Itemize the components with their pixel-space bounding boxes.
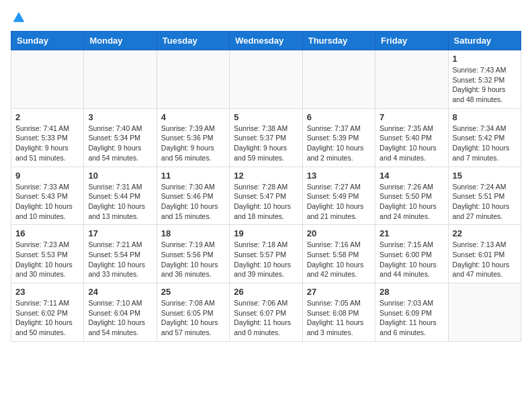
calendar-cell: 5Sunrise: 7:38 AM Sunset: 5:37 PM Daylig… [230, 108, 302, 167]
calendar-cell: 14Sunrise: 7:26 AM Sunset: 5:50 PM Dayli… [375, 167, 448, 225]
week-row-4: 16Sunrise: 7:23 AM Sunset: 5:53 PM Dayli… [11, 225, 521, 283]
day-number: 5 [234, 112, 298, 122]
logo [11, 11, 26, 24]
day-info: Sunrise: 7:19 AM Sunset: 5:56 PM Dayligh… [161, 240, 225, 279]
day-info: Sunrise: 7:41 AM Sunset: 5:33 PM Dayligh… [15, 124, 79, 163]
day-info: Sunrise: 7:37 AM Sunset: 5:39 PM Dayligh… [307, 124, 371, 163]
day-number: 11 [161, 171, 225, 181]
day-number: 2 [15, 112, 79, 122]
calendar-cell: 7Sunrise: 7:35 AM Sunset: 5:40 PM Daylig… [375, 108, 448, 167]
calendar-cell: 11Sunrise: 7:30 AM Sunset: 5:46 PM Dayli… [157, 167, 229, 225]
calendar-cell: 27Sunrise: 7:05 AM Sunset: 6:08 PM Dayli… [302, 283, 375, 342]
day-number: 23 [15, 287, 79, 297]
calendar-cell: 24Sunrise: 7:10 AM Sunset: 6:04 PM Dayli… [84, 283, 157, 342]
calendar-table: SundayMondayTuesdayWednesdayThursdayFrid… [11, 31, 521, 342]
day-number: 14 [380, 171, 443, 181]
calendar-cell: 8Sunrise: 7:34 AM Sunset: 5:42 PM Daylig… [448, 108, 521, 167]
day-number: 4 [161, 112, 225, 122]
calendar-cell [84, 50, 157, 109]
day-number: 1 [453, 54, 517, 64]
calendar-cell [375, 50, 448, 109]
day-info: Sunrise: 7:26 AM Sunset: 5:50 PM Dayligh… [380, 182, 443, 222]
calendar-cell: 10Sunrise: 7:31 AM Sunset: 5:44 PM Dayli… [84, 167, 157, 225]
day-number: 26 [234, 287, 298, 297]
day-info: Sunrise: 7:43 AM Sunset: 5:32 PM Dayligh… [453, 65, 517, 105]
day-number: 24 [88, 287, 152, 297]
day-number: 25 [161, 287, 225, 297]
week-row-1: 1Sunrise: 7:43 AM Sunset: 5:32 PM Daylig… [11, 50, 521, 109]
calendar-cell: 16Sunrise: 7:23 AM Sunset: 5:53 PM Dayli… [11, 225, 84, 283]
day-info: Sunrise: 7:35 AM Sunset: 5:40 PM Dayligh… [380, 124, 443, 163]
day-number: 9 [15, 171, 79, 181]
calendar-cell [11, 50, 84, 109]
day-number: 8 [453, 112, 517, 122]
weekday-header-thursday: Thursday [302, 32, 375, 50]
day-info: Sunrise: 7:33 AM Sunset: 5:43 PM Dayligh… [15, 182, 79, 222]
day-info: Sunrise: 7:10 AM Sunset: 6:04 PM Dayligh… [88, 298, 152, 338]
weekday-header-tuesday: Tuesday [157, 32, 229, 50]
calendar-cell: 13Sunrise: 7:27 AM Sunset: 5:49 PM Dayli… [302, 167, 375, 225]
calendar-cell: 2Sunrise: 7:41 AM Sunset: 5:33 PM Daylig… [11, 108, 84, 167]
calendar-cell: 6Sunrise: 7:37 AM Sunset: 5:39 PM Daylig… [302, 108, 375, 167]
day-info: Sunrise: 7:16 AM Sunset: 5:58 PM Dayligh… [307, 240, 371, 279]
calendar-cell: 18Sunrise: 7:19 AM Sunset: 5:56 PM Dayli… [157, 225, 229, 283]
day-number: 16 [15, 228, 79, 238]
calendar-cell: 26Sunrise: 7:06 AM Sunset: 6:07 PM Dayli… [230, 283, 302, 342]
calendar-cell: 28Sunrise: 7:03 AM Sunset: 6:09 PM Dayli… [375, 283, 448, 342]
calendar-cell: 19Sunrise: 7:18 AM Sunset: 5:57 PM Dayli… [230, 225, 302, 283]
day-number: 15 [453, 171, 517, 181]
calendar-cell: 12Sunrise: 7:28 AM Sunset: 5:47 PM Dayli… [230, 167, 302, 225]
calendar-cell: 3Sunrise: 7:40 AM Sunset: 5:34 PM Daylig… [84, 108, 157, 167]
week-row-3: 9Sunrise: 7:33 AM Sunset: 5:43 PM Daylig… [11, 167, 521, 225]
day-info: Sunrise: 7:21 AM Sunset: 5:54 PM Dayligh… [88, 240, 152, 279]
calendar-cell: 1Sunrise: 7:43 AM Sunset: 5:32 PM Daylig… [448, 50, 521, 109]
weekday-header-wednesday: Wednesday [230, 32, 302, 50]
week-row-2: 2Sunrise: 7:41 AM Sunset: 5:33 PM Daylig… [11, 108, 521, 167]
calendar-cell: 22Sunrise: 7:13 AM Sunset: 6:01 PM Dayli… [448, 225, 521, 283]
weekday-header-friday: Friday [375, 32, 448, 50]
calendar-cell [157, 50, 229, 109]
day-number: 18 [161, 228, 225, 238]
calendar-cell [448, 283, 521, 342]
page-header [11, 11, 521, 24]
calendar-cell: 17Sunrise: 7:21 AM Sunset: 5:54 PM Dayli… [84, 225, 157, 283]
day-info: Sunrise: 7:06 AM Sunset: 6:07 PM Dayligh… [234, 298, 298, 338]
day-info: Sunrise: 7:27 AM Sunset: 5:49 PM Dayligh… [307, 182, 371, 222]
day-info: Sunrise: 7:18 AM Sunset: 5:57 PM Dayligh… [234, 240, 298, 279]
day-info: Sunrise: 7:39 AM Sunset: 5:36 PM Dayligh… [161, 124, 225, 163]
day-info: Sunrise: 7:23 AM Sunset: 5:53 PM Dayligh… [15, 240, 79, 279]
calendar-cell: 4Sunrise: 7:39 AM Sunset: 5:36 PM Daylig… [157, 108, 229, 167]
calendar-cell: 23Sunrise: 7:11 AM Sunset: 6:02 PM Dayli… [11, 283, 84, 342]
weekday-header-monday: Monday [84, 32, 157, 50]
day-info: Sunrise: 7:31 AM Sunset: 5:44 PM Dayligh… [88, 182, 152, 222]
day-number: 21 [380, 228, 443, 238]
calendar-cell: 9Sunrise: 7:33 AM Sunset: 5:43 PM Daylig… [11, 167, 84, 225]
calendar-cell [230, 50, 302, 109]
day-number: 10 [88, 171, 152, 181]
day-number: 7 [380, 112, 443, 122]
day-info: Sunrise: 7:05 AM Sunset: 6:08 PM Dayligh… [307, 298, 371, 338]
day-number: 17 [88, 228, 152, 238]
day-number: 22 [453, 228, 517, 238]
logo-icon [12, 11, 26, 24]
day-info: Sunrise: 7:40 AM Sunset: 5:34 PM Dayligh… [88, 124, 152, 163]
day-number: 19 [234, 228, 298, 238]
svg-marker-0 [13, 12, 25, 22]
weekday-header-sunday: Sunday [11, 32, 84, 50]
day-info: Sunrise: 7:03 AM Sunset: 6:09 PM Dayligh… [380, 298, 443, 338]
calendar-cell: 21Sunrise: 7:15 AM Sunset: 6:00 PM Dayli… [375, 225, 448, 283]
day-info: Sunrise: 7:15 AM Sunset: 6:00 PM Dayligh… [380, 240, 443, 279]
calendar-cell [302, 50, 375, 109]
week-row-5: 23Sunrise: 7:11 AM Sunset: 6:02 PM Dayli… [11, 283, 521, 342]
day-number: 12 [234, 171, 298, 181]
day-info: Sunrise: 7:30 AM Sunset: 5:46 PM Dayligh… [161, 182, 225, 222]
day-info: Sunrise: 7:24 AM Sunset: 5:51 PM Dayligh… [453, 182, 517, 222]
day-number: 28 [380, 287, 443, 297]
day-number: 13 [307, 171, 371, 181]
weekday-header-row: SundayMondayTuesdayWednesdayThursdayFrid… [11, 32, 521, 50]
calendar-cell: 15Sunrise: 7:24 AM Sunset: 5:51 PM Dayli… [448, 167, 521, 225]
calendar-cell: 25Sunrise: 7:08 AM Sunset: 6:05 PM Dayli… [157, 283, 229, 342]
calendar-cell: 20Sunrise: 7:16 AM Sunset: 5:58 PM Dayli… [302, 225, 375, 283]
day-number: 20 [307, 228, 371, 238]
day-info: Sunrise: 7:28 AM Sunset: 5:47 PM Dayligh… [234, 182, 298, 222]
